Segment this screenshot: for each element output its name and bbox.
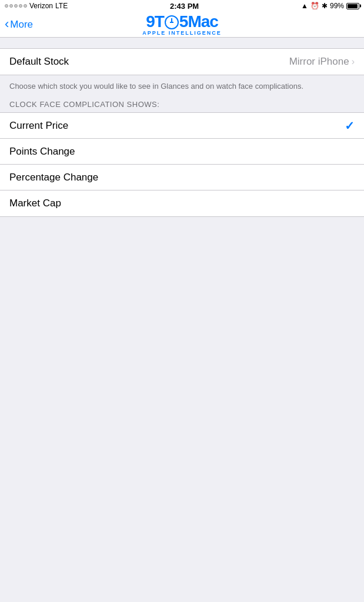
network-label: LTE bbox=[55, 2, 68, 10]
location-icon: ▲ bbox=[301, 2, 308, 10]
default-stock-value: Mirror iPhone bbox=[289, 56, 349, 68]
options-section: Current Price ✓ Points Change Percentage… bbox=[0, 112, 364, 217]
option-market-cap[interactable]: Market Cap bbox=[0, 190, 364, 216]
battery-percent: 99% bbox=[330, 2, 344, 10]
default-stock-section: Default Stock Mirror iPhone › bbox=[0, 48, 364, 75]
logo-text: 9T5Mac bbox=[146, 14, 218, 30]
status-left: Verizon LTE bbox=[5, 2, 68, 10]
section-label-area: Clock Face Complication Shows: bbox=[0, 96, 364, 112]
default-stock-value-group: Mirror iPhone › bbox=[289, 56, 355, 68]
bottom-spacer bbox=[0, 217, 364, 452]
default-stock-row[interactable]: Default Stock Mirror iPhone › bbox=[0, 49, 364, 75]
logo-subtitle: Apple Intelligence bbox=[142, 30, 222, 36]
dot-4 bbox=[19, 4, 22, 8]
default-stock-label: Default Stock bbox=[9, 56, 69, 68]
chevron-icon: › bbox=[352, 56, 355, 67]
option-percentage-change[interactable]: Percentage Change bbox=[0, 165, 364, 190]
dot-1 bbox=[5, 4, 8, 8]
section-label: Clock Face Complication Shows: bbox=[9, 100, 355, 109]
option-current-price[interactable]: Current Price ✓ bbox=[0, 113, 364, 139]
description-area: Choose which stock you would like to see… bbox=[0, 75, 364, 96]
status-time: 2:43 PM bbox=[170, 2, 199, 11]
top-spacer bbox=[0, 38, 364, 48]
option-points-change[interactable]: Points Change bbox=[0, 139, 364, 165]
clock-icon bbox=[165, 15, 179, 29]
dot-5 bbox=[24, 4, 27, 8]
logo-5mac: 5Mac bbox=[179, 12, 218, 31]
dot-3 bbox=[14, 4, 18, 8]
back-button[interactable]: ‹ More bbox=[5, 18, 33, 31]
dot-2 bbox=[9, 4, 13, 8]
option-label-current-price: Current Price bbox=[9, 120, 68, 132]
back-arrow-icon: ‹ bbox=[5, 18, 9, 31]
option-label-percentage-change: Percentage Change bbox=[9, 172, 98, 183]
checkmark-icon-current-price: ✓ bbox=[345, 119, 355, 133]
battery-fill bbox=[348, 4, 358, 8]
bluetooth-icon: ✱ bbox=[322, 2, 328, 10]
battery-icon bbox=[346, 3, 359, 9]
signal-dots bbox=[5, 4, 27, 8]
option-label-market-cap: Market Cap bbox=[9, 198, 61, 209]
logo-9t: 9T bbox=[146, 12, 164, 31]
nav-logo: 9T5Mac Apple Intelligence bbox=[142, 14, 222, 36]
description-text: Choose which stock you would like to see… bbox=[9, 81, 355, 92]
nav-bar: ‹ More 9T5Mac Apple Intelligence bbox=[0, 12, 364, 38]
status-bar: Verizon LTE 2:43 PM ▲ ⏰ ✱ 99% bbox=[0, 0, 364, 12]
status-right: ▲ ⏰ ✱ 99% bbox=[301, 2, 359, 10]
alarm-icon: ⏰ bbox=[310, 2, 319, 10]
back-label: More bbox=[10, 19, 33, 31]
option-label-points-change: Points Change bbox=[9, 146, 75, 158]
carrier-label: Verizon bbox=[29, 2, 53, 10]
